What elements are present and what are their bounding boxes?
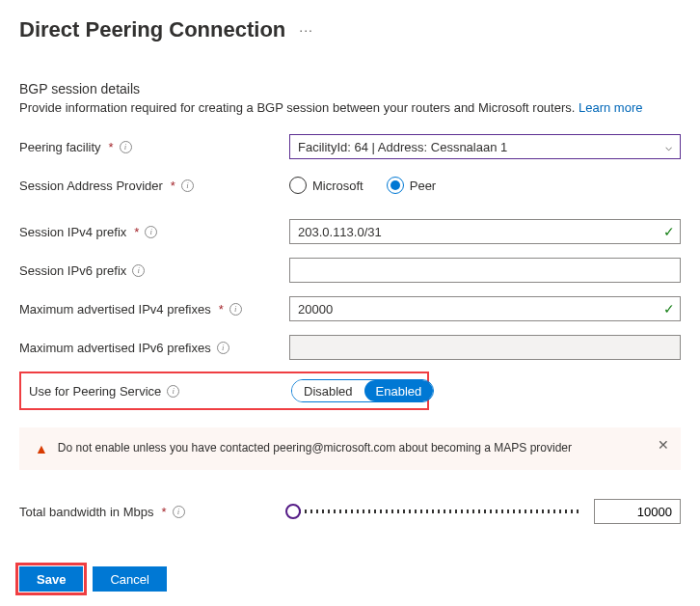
toggle-enabled[interactable]: Enabled — [364, 380, 434, 401]
warning-text: Do not enable unless you have contacted … — [58, 441, 572, 454]
peering-service-toggle[interactable]: Disabled Enabled — [291, 379, 434, 402]
radio-peer[interactable]: Peer — [387, 177, 436, 194]
radio-microsoft[interactable]: Microsoft — [289, 177, 363, 194]
info-icon[interactable]: i — [145, 226, 157, 238]
info-icon[interactable]: i — [120, 141, 132, 153]
session-address-provider-label: Session Address Provider — [19, 179, 163, 193]
required-marker: * — [219, 302, 224, 317]
bandwidth-label: Total bandwidth in Mbps — [19, 505, 153, 519]
page-title: Direct Peering Connection — [19, 17, 285, 42]
max-ipv6-label: Maximum advertised IPv6 prefixes — [19, 341, 211, 355]
peering-facility-value: FacilityId: 64 | Address: Cessnalaan 1 — [298, 140, 507, 154]
bandwidth-value-input[interactable] — [594, 499, 681, 524]
peering-service-label: Use for Peering Service — [29, 384, 161, 399]
radio-circle-icon — [289, 177, 307, 194]
section-heading: BGP session details — [19, 81, 681, 96]
info-icon[interactable]: i — [167, 385, 179, 398]
radio-dot-icon — [390, 180, 400, 190]
info-icon[interactable]: i — [132, 264, 145, 277]
cancel-button[interactable]: Cancel — [93, 566, 166, 592]
save-button[interactable]: Save — [19, 566, 83, 592]
ipv4-prefix-input[interactable] — [289, 219, 681, 244]
ipv6-prefix-input[interactable] — [289, 258, 681, 283]
section-subtext: Provide information required for creatin… — [19, 100, 681, 115]
more-actions-icon[interactable]: ··· — [299, 22, 313, 38]
toggle-disabled[interactable]: Disabled — [292, 380, 364, 401]
required-marker: * — [134, 225, 139, 239]
warning-banner: ▲ Do not enable unless you have contacte… — [19, 427, 681, 470]
learn-more-link[interactable]: Learn more — [579, 100, 642, 115]
bandwidth-slider[interactable] — [293, 510, 582, 513]
peering-facility-select[interactable]: FacilityId: 64 | Address: Cessnalaan 1 ⌵ — [289, 134, 681, 159]
max-ipv6-input — [289, 335, 681, 360]
info-icon[interactable]: i — [229, 303, 242, 316]
required-marker: * — [109, 140, 114, 154]
info-icon[interactable]: i — [181, 179, 194, 192]
peering-facility-label: Peering facility — [19, 140, 101, 154]
ipv6-prefix-label: Session IPv6 prefix — [19, 263, 126, 278]
max-ipv4-input[interactable] — [289, 296, 681, 321]
radio-peer-label: Peer — [410, 179, 436, 193]
slider-thumb-icon[interactable] — [285, 504, 301, 519]
peering-service-highlight: Use for Peering Service i Disabled Enabl… — [19, 372, 429, 410]
info-icon[interactable]: i — [217, 342, 229, 354]
section-subtext-text: Provide information required for creatin… — [19, 100, 575, 115]
max-ipv4-label: Maximum advertised IPv4 prefixes — [19, 302, 211, 317]
radio-microsoft-label: Microsoft — [312, 179, 363, 193]
info-icon[interactable]: i — [173, 506, 185, 518]
ipv4-prefix-label: Session IPv4 prefix — [19, 225, 126, 239]
chevron-down-icon: ⌵ — [665, 140, 672, 153]
required-marker: * — [161, 505, 166, 519]
radio-circle-icon — [387, 177, 404, 194]
warning-icon: ▲ — [35, 441, 48, 456]
required-marker: * — [171, 179, 175, 193]
close-icon[interactable]: ✕ — [658, 437, 669, 453]
